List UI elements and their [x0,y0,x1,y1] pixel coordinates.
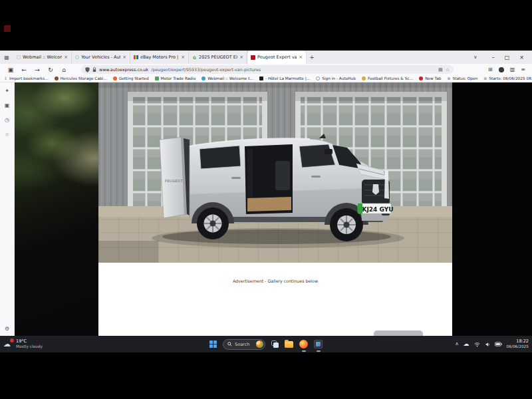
wifi-icon[interactable] [474,342,480,347]
search-placeholder: Search [235,342,249,347]
tab-ebay-motors[interactable]: eBay Motors Pro | Inventory × [130,51,189,64]
bookmark-import[interactable]: ↧Import bookmarks... [4,76,49,80]
tab-title: Your Vehicles - AutoHub [81,55,120,60]
gear-icon[interactable]: ⚙ [5,326,9,332]
battery-icon[interactable] [495,342,502,346]
history-icon[interactable]: ◷ [5,117,9,123]
bookmark-hotel[interactable]: - Hôtel La Marmotte |... [259,76,310,80]
svg-text:KJ24 GYU: KJ24 GYU [362,206,394,213]
taskbar-clock[interactable]: 18:22 06/06/2025 [507,339,529,349]
photos-app-button[interactable] [314,336,323,352]
onedrive-icon[interactable]: ☁ [464,341,469,347]
globe-icon: ⊕ [447,76,450,80]
autoexpress-favicon [251,55,255,60]
menu-icon[interactable]: ≡ [521,66,525,72]
bookmarks-icon[interactable]: ☆ [5,132,9,138]
bookmarks-bar: ↧Import bookmarks... Hercules Storage Ca… [0,75,532,82]
close-button[interactable]: × [519,55,524,61]
bookmark-football-fixtures[interactable]: Football Fixtures & Sc... [362,76,413,80]
folder-icon [285,341,293,348]
sidebar-panel-icon[interactable]: ▥ [510,66,515,72]
sidebar-toggle-icon[interactable]: ▣ [4,66,17,73]
tab-title: 2025 PEUGEOT EXPERT DIESEL [199,55,237,60]
tray-expand-chevron[interactable]: ∧ [455,342,458,346]
bookmark-star-icon[interactable]: ☆ [446,67,450,72]
weather-condition: Mostly cloudy [16,344,43,349]
site-favicon [113,76,117,80]
firefox-view-icon[interactable]: ▦ [0,51,13,64]
desktop-screen: ▦ Webmail :: Welcome to Webm × Your Vehi… [0,0,532,399]
url-domain: www.autoexpress.co.uk [99,67,148,72]
back-icon[interactable]: ← [17,66,31,73]
extensions-icon[interactable]: ⊞ [488,66,493,72]
bookmark-label: New Tab [425,76,441,80]
bookmark-label: Hercules Storage Cabi... [61,76,107,80]
firefox-window: ▦ Webmail :: Welcome to Webm × Your Vehi… [0,51,532,336]
weather-widget[interactable]: ☁ 19°C Mostly cloudy [3,336,43,352]
bookmark-label: Sign in - AutoHub [322,76,356,80]
shield-icon[interactable] [85,67,90,72]
search-icon [227,342,232,346]
new-tab-button[interactable]: + [306,51,318,64]
photos-app-icon [314,340,323,348]
site-favicon [419,76,423,80]
task-view-icon [271,340,279,348]
bookmark-getting-started[interactable]: Getting Started [113,76,149,80]
windows-taskbar: ☁ 19°C Mostly cloudy Search [0,336,532,352]
site-favicon [362,76,366,80]
volume-icon[interactable] [485,342,490,347]
list-all-tabs-icon[interactable]: ∨ [467,51,484,64]
tab-autohub-vehicles[interactable]: Your Vehicles - AutoHub × [72,51,130,64]
lock-icon[interactable] [92,67,96,72]
tab-webmail[interactable]: Webmail :: Welcome to Webm × [13,51,72,64]
bookmark-label: Football Fixtures & Sc... [368,76,413,80]
bookmark-label: Webmail :: Welcome t... [207,76,253,80]
taskbar-center-icons: Search [209,336,323,352]
task-view-button[interactable] [271,336,279,352]
minimize-button[interactable]: – [492,55,495,61]
tab-title: Webmail :: Welcome to Webm [23,55,62,60]
firefox-icon [299,340,308,348]
account-icon[interactable] [499,67,504,72]
window-controls: – □ × [484,51,532,64]
tab-close-icon[interactable]: × [64,55,68,60]
clock-time: 18:22 [516,339,529,344]
maximize-button[interactable]: □ [505,55,510,61]
tab-close-icon[interactable]: × [299,55,303,60]
bookmark-label: Import bookmarks... [9,76,49,80]
bookmark-motor-trade-radio[interactable]: Motor Trade Radio [155,76,196,80]
reader-mode-icon[interactable]: ▤ [438,67,443,72]
site-favicon [201,76,205,80]
bookmark-status-open[interactable]: ⊕Status: Open [447,76,477,80]
url-path: /peugeot/expert/95933/peugeot-expert-van… [151,67,261,72]
bookmark-hercules[interactable]: Hercules Storage Cabi... [55,76,107,80]
file-explorer-button[interactable] [285,336,293,352]
address-bar[interactable]: www.autoexpress.co.uk/peugeot/expert/959… [81,65,454,74]
bookmark-label: Motor Trade Radio [161,76,196,80]
gallery-image-peugeot-expert-van[interactable]: PEUGEOT [98,82,452,263]
article-column: PEUGEOT [98,82,452,336]
tab-close-icon[interactable]: × [122,55,126,60]
bookmark-webmail[interactable]: Webmail :: Welcome t... [201,76,253,80]
start-button[interactable] [209,336,217,352]
globe-icon: ⊕ [483,76,487,80]
bookmark-starts[interactable]: ⊕Starts: 06/06/2025 08... [483,76,532,80]
synced-tabs-icon[interactable]: ▣ [5,102,10,108]
firefox-taskbar-button[interactable] [299,336,308,352]
bookmark-signin-autohub[interactable]: Sign in - AutoHub [316,76,356,80]
tab-google-search[interactable]: G 2025 PEUGEOT EXPERT DIESEL × [189,51,247,64]
partially-visible-button[interactable] [374,331,423,336]
bookmark-new-tab[interactable]: New Tab [419,76,441,80]
firefox-sidebar: ✦ ▣ ◷ ☆ ⚙ [0,82,15,336]
forward-icon[interactable]: → [31,66,44,73]
tab-bar: ▦ Webmail :: Welcome to Webm × Your Vehi… [0,51,532,64]
bookmark-label: Getting Started [119,76,149,80]
tab-autoexpress-active[interactable]: Peugeot Expert van - pictures | × [247,51,306,64]
search-box[interactable]: Search [223,336,265,352]
weather-cloud-icon: ☁ [3,340,13,348]
ai-chatbot-icon[interactable]: ✦ [5,88,9,94]
home-icon[interactable]: ⌂ [57,66,70,73]
reload-icon[interactable]: ↻ [44,66,57,73]
tab-close-icon[interactable]: × [239,55,243,60]
tab-close-icon[interactable]: × [181,55,185,60]
